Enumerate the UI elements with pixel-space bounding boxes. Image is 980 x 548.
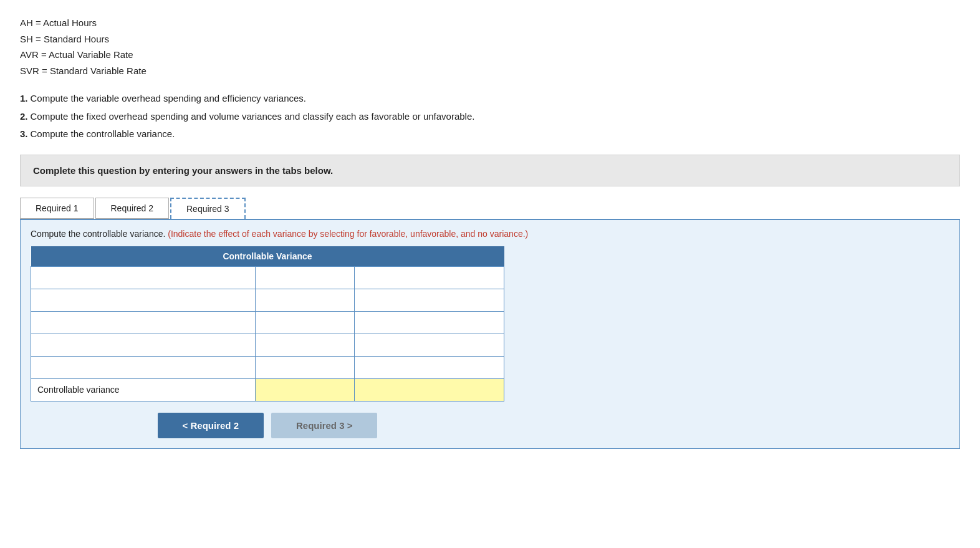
footer-label: Controllable variance [31,378,256,401]
row-col2-input-2[interactable] [355,312,504,334]
row-col2-3 [355,334,504,356]
row-label-input-0[interactable] [31,267,255,289]
row-col2-1 [355,289,504,311]
footer-col1 [255,378,355,401]
footer-col2-input[interactable] [355,379,504,401]
row-label-input-4[interactable] [31,357,255,378]
row-label-input-3[interactable] [31,334,255,356]
row-label-0 [31,266,256,289]
row-col1-4 [255,356,355,378]
row-col2-input-4[interactable] [355,357,504,378]
row-label-1 [31,289,256,311]
instruction-2: 2. Compute the fixed overhead spending a… [20,108,960,126]
row-col2-input-1[interactable] [355,289,504,311]
row-col1-input-0[interactable] [256,267,355,289]
row-label-4 [31,356,256,378]
tab-required-2[interactable]: Required 2 [95,198,170,219]
instruction-1-num: 1. [20,90,28,108]
tabs-row: Required 1 Required 2 Required 3 [20,198,960,220]
complete-box-text: Complete this question by entering your … [33,165,333,176]
legend-line-4: SVR = Standard Variable Rate [20,63,960,79]
table-footer-row: Controllable variance [31,378,504,401]
row-col1-input-4[interactable] [256,357,355,378]
row-col2-input-3[interactable] [355,334,504,356]
table-row [31,334,504,356]
tab-content-area: Compute the controllable variance. (Indi… [20,220,960,449]
instructions-section: 1. Compute the variable overhead spendin… [20,90,960,143]
row-col2-input-0[interactable] [355,267,504,289]
nav-buttons: < Required 2 Required 3 > [31,413,504,438]
instruction-1-text: Compute the variable overhead spending a… [31,90,307,108]
row-col1-3 [255,334,355,356]
controllable-variance-table: Controllable Variance Controllable varia… [31,246,504,401]
tab-required-1[interactable]: Required 1 [20,198,94,219]
legend-line-2: SH = Standard Hours [20,31,960,47]
footer-col1-input[interactable] [256,379,355,401]
table-row [31,356,504,378]
legend-line-1: AH = Actual Hours [20,15,960,31]
row-label-2 [31,311,256,334]
table-header: Controllable Variance [31,246,504,267]
row-col1-0 [255,266,355,289]
table-row [31,311,504,334]
legend-section: AH = Actual Hours SH = Standard Hours AV… [20,15,960,79]
footer-col2 [355,378,504,401]
row-label-input-1[interactable] [31,289,255,311]
row-col1-2 [255,311,355,334]
next-button[interactable]: Required 3 > [271,413,377,438]
row-col1-input-1[interactable] [256,289,355,311]
legend-line-3: AVR = Actual Variable Rate [20,47,960,63]
prev-button[interactable]: < Required 2 [158,413,264,438]
instruction-3-text: Compute the controllable variance. [31,125,175,143]
instruction-2-num: 2. [20,108,28,126]
row-col1-input-2[interactable] [256,312,355,334]
main-instruction: Compute the controllable variance. [31,229,165,239]
row-label-input-2[interactable] [31,312,255,334]
tab-required-3[interactable]: Required 3 [170,198,246,219]
instruction-3: 3. Compute the controllable variance. [20,125,960,143]
row-col1-input-3[interactable] [256,334,355,356]
row-col2-0 [355,266,504,289]
instruction-2-text: Compute the fixed overhead spending and … [31,108,475,126]
row-col2-4 [355,356,504,378]
red-instruction: (Indicate the effect of each variance by… [168,229,528,239]
row-col1-1 [255,289,355,311]
row-label-3 [31,334,256,356]
complete-box: Complete this question by entering your … [20,155,960,186]
tab-instruction-text: Compute the controllable variance. (Indi… [31,229,949,239]
instruction-1: 1. Compute the variable overhead spendin… [20,90,960,108]
table-row [31,266,504,289]
instruction-3-num: 3. [20,125,28,143]
table-row [31,289,504,311]
row-col2-2 [355,311,504,334]
